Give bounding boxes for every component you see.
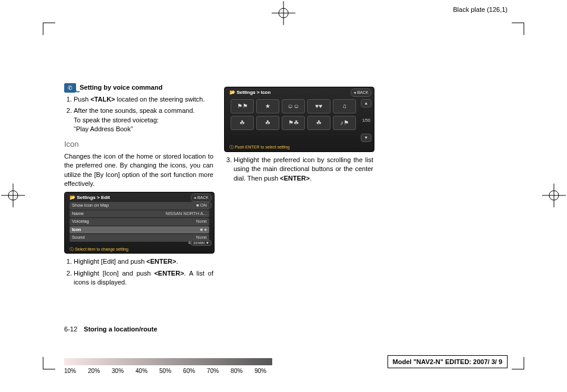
icon-step3-list: Highlight the preferred icon by scrollin… xyxy=(224,156,373,183)
voice-command-heading: ✆ Setting by voice command xyxy=(64,83,213,93)
ss2-counter: 1/50 xyxy=(361,118,371,124)
ss2-title: 📂 Settings > Icon xyxy=(229,89,270,96)
voice-step-1: Push <TALK> located on the steering swit… xyxy=(74,95,213,104)
voice-icon: ✆ xyxy=(64,83,76,93)
icon-step-3: Highlight the preferred icon by scrollin… xyxy=(234,156,373,183)
ss2-icon-cell: ☘ xyxy=(256,116,279,130)
pct: 90% xyxy=(254,368,266,374)
pct: 80% xyxy=(231,368,242,374)
screenshot-settings-edit: 📂 Settings > Edit ◂ BACK UP ▲ Show Icon … xyxy=(64,192,215,254)
registration-mark-left xyxy=(1,184,25,208)
model-prefix: Model xyxy=(393,358,414,365)
icon-step-1: Highlight [Edit] and push <ENTER>. xyxy=(74,257,213,266)
icon-heading: Icon xyxy=(64,139,213,150)
model-name: "NAV2-N" xyxy=(413,358,443,365)
icon-description: Changes the icon of the home or stored l… xyxy=(64,152,213,189)
crop-mark-bl xyxy=(43,357,55,369)
pct: 40% xyxy=(136,368,147,374)
ss1-down-button: DOWN ▼ xyxy=(191,240,212,246)
ss1-footer: ⓘ Select item to change setting xyxy=(70,246,128,252)
pct: 10% xyxy=(64,368,76,374)
model-edited: EDITED: 2007/ 3/ 9 xyxy=(443,358,502,365)
pct: 30% xyxy=(112,368,124,374)
section-title: Storing a location/route xyxy=(84,325,157,333)
ss2-icon-cell: ☘ xyxy=(231,116,254,130)
ss2-back-button: ◂ BACK xyxy=(351,88,371,97)
pct: 50% xyxy=(159,368,171,374)
percent-row: 10% 20% 30% 40% 50% 60% 70% 80% 90% xyxy=(64,368,314,374)
ss2-up-button: ▲ xyxy=(361,99,371,108)
ss1-rows: Show Icon on Map■ ON NameNISSAN NORTH A.… xyxy=(70,202,209,242)
page-content: ✆ Setting by voice command Push <TALK> l… xyxy=(64,83,373,292)
pct: 70% xyxy=(207,368,219,374)
ss2-icon-cell: ♥♥ xyxy=(307,99,330,113)
crop-mark-tl xyxy=(43,23,55,35)
gradient-bar xyxy=(64,358,272,365)
page-number: 6-12 xyxy=(64,325,77,333)
ss1-row-show-icon: Show Icon on Map■ ON xyxy=(70,202,209,210)
ss1-back-button: ◂ BACK xyxy=(191,194,212,202)
pct: 20% xyxy=(88,368,100,374)
registration-mark-top xyxy=(272,1,295,26)
ss2-icon-cell: ♫ xyxy=(333,99,356,113)
icon-steps-list: Highlight [Edit] and push <ENTER>. Highl… xyxy=(64,257,213,287)
ss2-icon-cell: ☺☺ xyxy=(282,99,305,113)
ss1-title: 📂 Settings > Edit xyxy=(70,194,110,201)
ss2-scroll-bar: ▲ 1/50 ▼ xyxy=(361,99,371,142)
icon-step-2: Highlight [Icon] and push <ENTER>. A lis… xyxy=(74,269,213,287)
ss2-down-button: ▼ xyxy=(361,134,371,142)
voice-step-2: After the tone sounds, speak a command. … xyxy=(74,106,213,134)
voice-command-title: Setting by voice command xyxy=(80,83,162,92)
voice-steps-list: Push <TALK> located on the steering swit… xyxy=(64,95,213,134)
model-info-box: Model "NAV2-N" EDITED: 2007/ 3/ 9 xyxy=(388,355,508,368)
voice-step-2-sub2: “Play Address Book” xyxy=(74,125,213,134)
ss1-row-voicetag: VoicetagNone xyxy=(70,218,209,226)
ss2-icon-cell: ☘ xyxy=(307,116,330,130)
crop-mark-tr xyxy=(512,23,524,35)
page-footer: 6-12 Storing a location/route xyxy=(64,325,158,333)
ss2-icon-grid: ⚑⚑ ★ ☺☺ ♥♥ ♫ ☘ ☘ ⚑☘ ☘ ♪⚑ xyxy=(231,99,356,130)
crop-mark-br xyxy=(512,357,524,369)
pct: 60% xyxy=(183,368,195,374)
ss1-row-name: NameNISSAN NORTH A... xyxy=(70,210,209,218)
column-right: 📂 Settings > Icon ◂ BACK ⚑⚑ ★ ☺☺ ♥♥ ♫ ☘ … xyxy=(224,83,373,292)
ss2-icon-cell: ★ xyxy=(256,99,279,113)
ss2-footer: ⓘ Push ENTER to select setting xyxy=(229,144,289,150)
column-left: ✆ Setting by voice command Push <TALK> l… xyxy=(64,83,213,292)
ss2-icon-cell: ⚑☘ xyxy=(282,116,305,130)
registration-mark-right xyxy=(542,184,566,208)
ss2-icon-cell: ⚑⚑ xyxy=(231,99,254,113)
voice-step-2-sub1: To speak the stored voicetag: xyxy=(74,116,213,125)
black-plate-label: Black plate (126,1) xyxy=(453,6,508,13)
screenshot-settings-icon: 📂 Settings > Icon ◂ BACK ⚑⚑ ★ ☺☺ ♥♥ ♫ ☘ … xyxy=(224,87,374,152)
ss2-icon-cell: ♪⚑ xyxy=(333,116,356,130)
ss1-row-icon: Icon■ ● xyxy=(70,226,209,234)
